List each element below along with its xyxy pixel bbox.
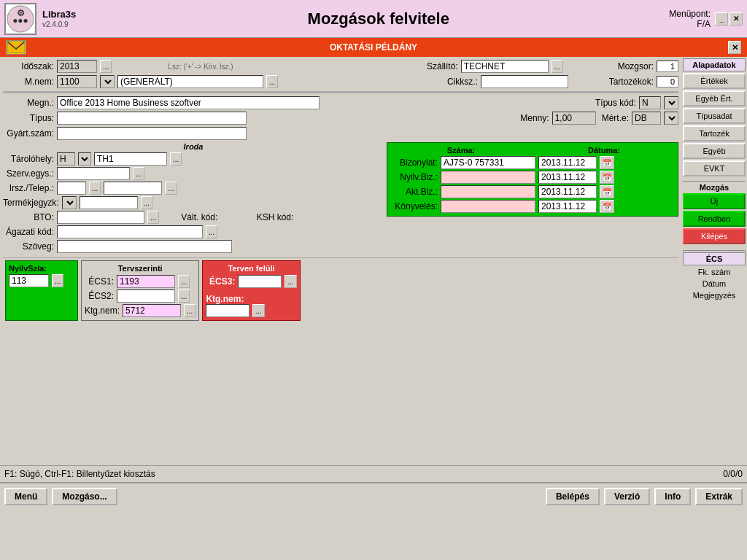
kilepés-button[interactable]: Kilépés [683, 228, 746, 244]
row-mnem: M.nem: ... Cikksz.: Tartozékok: 0 [3, 75, 678, 88]
tartozek-button[interactable]: Tartozék [683, 125, 746, 141]
menu-button[interactable]: Menü [4, 488, 47, 505]
app-name: Libra3s [42, 9, 76, 21]
minimize-button[interactable]: _ [715, 12, 728, 26]
irsz-input2[interactable] [104, 182, 162, 195]
merte-input[interactable] [632, 112, 661, 125]
akt-biz-date-input[interactable] [538, 185, 597, 198]
merte-dropdown[interactable] [664, 112, 678, 125]
hint-text: F1: Súgó, Ctrl-F1: Billentyűzet kiosztás [4, 469, 155, 479]
tipus-input[interactable] [57, 112, 247, 125]
tarolohely-input[interactable] [94, 152, 167, 166]
szallito-input[interactable] [461, 60, 549, 73]
ecs2-input[interactable] [117, 289, 175, 303]
nyilvszla-input[interactable] [9, 274, 49, 287]
szoveg-input[interactable] [57, 240, 232, 253]
akt-biz-input[interactable] [441, 185, 535, 198]
bizonylat-date-input[interactable] [538, 156, 597, 169]
ecs1-dots-button[interactable]: ... [178, 275, 190, 288]
tarolohely-dots-button[interactable]: ... [170, 152, 182, 166]
mozgaso-button[interactable]: Mozgáso... [52, 488, 117, 505]
info-button[interactable]: Info [654, 488, 691, 505]
konyveles-input[interactable] [441, 200, 535, 213]
nyilv-biz-date-input[interactable] [538, 171, 597, 184]
tipus-label: Típus: [3, 113, 54, 123]
ktg-nem2-dots-button[interactable]: ... [252, 304, 264, 317]
bizonylat-section: Száma: Dátuma: Bizonylat: 📅 Nyilv.Biz.: [387, 142, 678, 253]
close-button[interactable]: ✕ [729, 12, 743, 26]
mnem-dropdown[interactable] [100, 75, 115, 88]
rendben-button[interactable]: Rendben [683, 211, 746, 227]
verzio-button[interactable]: Verzió [604, 488, 650, 505]
ertekek-button[interactable]: Értékek [683, 73, 746, 89]
ktg-nem2-input[interactable] [206, 304, 249, 317]
agazati-dots-button[interactable]: ... [206, 225, 217, 238]
mnem-input[interactable] [57, 75, 97, 88]
nyilvszla-dots-button[interactable]: ... [52, 274, 63, 287]
ktg-nem2-label: Ktg.nem: [206, 294, 244, 304]
nyilv-biz-input[interactable] [441, 171, 535, 184]
bizonylat-label: Bizonylat: [390, 158, 438, 168]
agazati-input[interactable] [57, 225, 203, 238]
bto-input[interactable] [57, 211, 144, 224]
app-version: v2.4.0.9 [42, 20, 76, 28]
szama-label: Száma: [390, 146, 532, 155]
uj-button[interactable]: Új [683, 193, 746, 209]
row-tipus: Típus: Menny: Mért.e: [3, 112, 678, 125]
ecs3-input[interactable] [238, 275, 282, 288]
generalt-input[interactable] [117, 75, 263, 88]
bto-dots-button[interactable]: ... [147, 211, 159, 224]
extrak-button[interactable]: Extrák [695, 488, 743, 505]
szerv-label: Szerv.egys.: [3, 168, 54, 179]
egyeb-ert-button[interactable]: Egyéb Ért. [683, 90, 746, 106]
bizonylat-input[interactable] [441, 156, 535, 169]
tarolohely-dropdown[interactable] [78, 152, 91, 166]
ecs1-input[interactable] [117, 275, 175, 288]
form-area: Időszak: ... Lsz: ('+' -> Köv. lsz.) Szá… [0, 57, 681, 465]
szerv-dots-button[interactable]: ... [133, 167, 144, 180]
banner: OKTATÁSI PÉLDÁNY ✕ [0, 38, 747, 57]
banner-close-button[interactable]: ✕ [728, 41, 741, 54]
akt-cal-button[interactable]: 📅 [600, 185, 614, 198]
generalt-dots-button[interactable]: ... [266, 75, 278, 88]
tipus-kod-dropdown[interactable] [664, 96, 678, 109]
tarolohely-h-input[interactable] [57, 152, 75, 166]
idoszak-input[interactable] [57, 60, 97, 73]
egyeb-button[interactable]: Egyéb [683, 143, 746, 159]
konyveles-cal-button[interactable]: 📅 [600, 200, 614, 213]
ktg-nem-dots-button[interactable]: ... [184, 304, 196, 317]
evkt-button[interactable]: EVKT [683, 160, 746, 176]
konyveles-date-input[interactable] [538, 200, 597, 213]
ecs3-dots-button[interactable]: ... [285, 275, 296, 288]
termekjegy-dots-button[interactable]: ... [141, 196, 152, 209]
row-szoveg: Szöveg: [3, 240, 384, 253]
szallito-dots-button[interactable]: ... [551, 60, 563, 73]
gyart-input[interactable] [57, 127, 247, 140]
menny-input[interactable] [552, 112, 596, 125]
bizonylat-cal-button[interactable]: 📅 [600, 156, 614, 169]
menny-label: Menny: [520, 113, 549, 123]
middle-area: Iroda Tárolóhely: ... Szerv.egys.: ... [3, 142, 678, 253]
megn-input[interactable] [57, 96, 320, 109]
tartozekok-label: Tartozékok: [603, 77, 654, 87]
mozgas-title: Mozgás [683, 181, 746, 192]
cikksz-input[interactable] [481, 75, 568, 88]
agazati-label: Ágazati kód: [3, 227, 54, 237]
irsz-input1[interactable] [57, 182, 86, 195]
bottom-bar: Menü Mozgáso... Belépés Verzió Info Extr… [0, 483, 747, 509]
belepes-button[interactable]: Belépés [546, 488, 600, 505]
ecs2-dots-button[interactable]: ... [178, 289, 190, 303]
terven-feluli-box: Terven felüli ÉCS3: ... Ktg.nem: ... [202, 260, 300, 321]
irsz-dots1-button[interactable]: ... [89, 182, 101, 195]
szerv-input[interactable] [57, 167, 130, 180]
termekjegy-dropdown[interactable] [62, 196, 77, 209]
tipus-kod-input[interactable] [639, 96, 661, 109]
alapadatok-label: Alapadatok [683, 58, 746, 71]
termekjegy-input[interactable] [80, 196, 138, 209]
tipusadat-button[interactable]: Típusadat [683, 108, 746, 124]
nyilv-cal-button[interactable]: 📅 [600, 171, 614, 184]
idoszak-dots-button[interactable]: ... [100, 60, 112, 73]
szallito-label: Szállító: [407, 61, 458, 71]
ktg-nem-input[interactable] [123, 304, 181, 317]
irsz-dots2-button[interactable]: ... [165, 182, 177, 195]
